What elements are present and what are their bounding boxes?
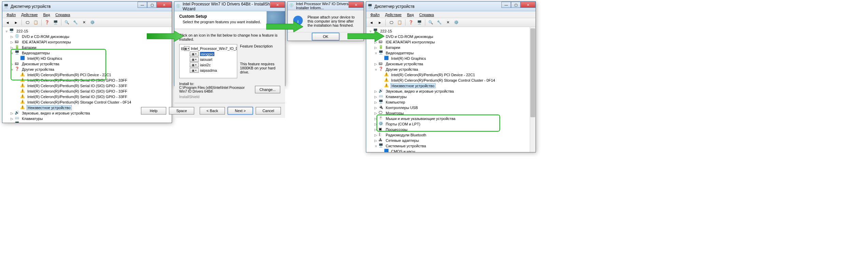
tb-btn[interactable]: ✕	[80, 19, 88, 26]
help-button[interactable]: Help	[141, 107, 166, 114]
expand-icon[interactable]: ▷	[9, 39, 15, 45]
tree-item-label[interactable]: Компьютер	[21, 122, 42, 123]
tb-btn[interactable]: ⚙️	[89, 19, 96, 26]
tb-btn[interactable]: 📋	[396, 19, 403, 26]
feature-root[interactable]: Intel_Processor_Win7_IO_Drivers	[191, 46, 237, 51]
tb-btn[interactable]: ❓	[407, 19, 415, 26]
tree-item-label[interactable]: Контроллеры USB	[385, 106, 418, 110]
tree-item-label[interactable]: CMOS и часы	[390, 149, 416, 152]
tree-item-label[interactable]: Видеоадаптеры	[21, 51, 51, 55]
tree-item-label[interactable]: Мыши и иные указывающие устройства	[385, 117, 456, 121]
menu-help[interactable]: Справка	[53, 12, 73, 17]
titlebar[interactable]: 💿 Intel Processor Win7 IO Drivers 64Bit …	[288, 2, 364, 10]
tb-btn[interactable]: 🔍	[427, 19, 435, 26]
menubar[interactable]: Файл Действие Вид Справка	[2, 11, 172, 18]
menubar[interactable]: Файл Действие Вид Справка	[366, 11, 536, 18]
close-button[interactable]: ✕	[348, 2, 364, 8]
expand-icon[interactable]: ▷	[373, 45, 379, 50]
tb-btn[interactable]: 🖥️	[416, 19, 423, 26]
expand-icon[interactable]: ▷	[373, 121, 379, 127]
tree-item[interactable]: ▿❓Другие устройства	[368, 67, 534, 72]
tree-item[interactable]: ▷🔌Контроллеры USB	[368, 105, 534, 110]
tree-item[interactable]: ▷🖧Сетевые адаптеры	[368, 138, 534, 143]
tree-item-label[interactable]: Intel(R) HD Graphics	[27, 56, 63, 60]
tree-item[interactable]: ⚠️Intel(R) Celeron(R)/Pentium(R) PCI Dev…	[4, 72, 170, 78]
device-manager-window-after[interactable]: 🖥️ Диспетчер устройств — ▢ ✕ Файл Действ…	[366, 1, 536, 152]
tree-item[interactable]: 🟦Intel(R) HD Graphics	[368, 56, 534, 61]
tree-item[interactable]: ▷🖴Дисковые устройства	[368, 61, 534, 67]
tb-btn[interactable]: 🔍	[63, 19, 71, 26]
back-button[interactable]: < Back	[200, 107, 225, 114]
tb-btn[interactable]: 🖵	[24, 19, 31, 26]
tree-item[interactable]: ▷ᛒРадиомодули Bluetooth	[368, 132, 534, 138]
tree-item[interactable]: ▷🖴IDE ATA/ATAPI контроллеры	[4, 39, 170, 45]
device-tree[interactable]: ▿🖥️222-15 ▷💿DVD и CD-ROM дисководы▷🖴IDE …	[366, 27, 536, 152]
space-button[interactable]: Space	[169, 107, 194, 114]
expand-icon[interactable]: ▿	[373, 143, 379, 149]
tree-item[interactable]: 🟦CMOS и часы	[368, 149, 534, 152]
nav-fwd-button[interactable]: ►	[376, 19, 384, 26]
tree-item[interactable]: ▷🖵Мониторы	[368, 110, 534, 116]
cancel-button[interactable]: Cancel	[256, 107, 281, 114]
menu-file[interactable]: Файл	[368, 12, 382, 17]
tree-item-label[interactable]: Intel(R) Celeron(R)/Pentium(R) Serial IO…	[27, 84, 128, 88]
tree-item-label[interactable]: Intel(R) HD Graphics	[390, 56, 427, 60]
feature-item[interactable]: iaiouart	[200, 57, 212, 62]
tree-item-label[interactable]: IDE ATA/ATAPI контроллеры	[385, 40, 436, 44]
tree-item-label[interactable]: Другие устройства	[385, 67, 419, 71]
menu-file[interactable]: Файл	[4, 12, 18, 17]
close-button[interactable]: ✕	[270, 2, 285, 8]
tree-item-label[interactable]: Звуковые, видео и игровые устройства	[385, 89, 455, 93]
minimize-button[interactable]: —	[501, 2, 511, 8]
tree-item[interactable]: ⚠️Intel(R) Celeron(R)/Pentium(R) PCI Dev…	[368, 72, 534, 78]
expand-icon[interactable]: ▿	[9, 67, 15, 72]
tb-btn[interactable]: 🔧	[72, 19, 79, 26]
tree-item-label[interactable]: Дисковые устройства	[21, 62, 60, 66]
tree-item[interactable]: ⚠️Intel(R) Celeron(R)/Pentium(R) Storage…	[368, 78, 534, 83]
tree-item[interactable]: ▷⚙️Порты (COM и LPT)	[368, 121, 534, 127]
tree-item-label[interactable]: Intel(R) Celeron(R)/Pentium(R) Storage C…	[27, 100, 132, 104]
feature-icon[interactable]: ▦	[190, 52, 199, 56]
menu-action[interactable]: Действие	[382, 12, 404, 17]
expand-icon[interactable]: ▷	[9, 45, 15, 50]
menu-help[interactable]: Справка	[416, 12, 437, 17]
feature-icon[interactable]: ▦	[184, 46, 189, 51]
expand-icon[interactable]: ▷	[9, 116, 15, 121]
expand-icon[interactable]: ▷	[373, 127, 379, 132]
tree-item-label[interactable]: Intel(R) Celeron(R)/Pentium(R) Storage C…	[390, 78, 496, 82]
tree-item-label[interactable]: DVD и CD-ROM дисководы	[21, 35, 70, 39]
expand-icon[interactable]: ▷	[373, 61, 379, 67]
expand-icon[interactable]: ▷	[373, 132, 379, 138]
tree-item-label[interactable]: Процессоры	[385, 127, 408, 132]
expand-icon[interactable]: ▷	[373, 94, 379, 99]
nav-back-button[interactable]: ◄	[4, 19, 11, 26]
tree-item[interactable]: ▷🔋Батареи	[368, 45, 534, 50]
expand-icon[interactable]: ▷	[9, 121, 15, 123]
feature-tree[interactable]: ⊟▦Intel_Processor_Win7_IO_Drivers ▦iaiog…	[179, 44, 237, 78]
tree-item[interactable]: ▷🖴IDE ATA/ATAPI контроллеры	[368, 39, 534, 45]
tb-btn[interactable]: 📋	[32, 19, 40, 26]
tree-item[interactable]: ▿❓Другие устройства	[4, 67, 170, 72]
tb-btn[interactable]: 🔧	[436, 19, 443, 26]
expand-icon[interactable]: ▷	[373, 105, 379, 110]
tb-btn[interactable]: 🖵	[387, 19, 395, 26]
tb-btn[interactable]: 🖥️	[52, 19, 59, 26]
tree-item[interactable]: ▿🖥️Видеоадаптеры	[4, 50, 170, 56]
tree-root[interactable]: 222-15	[16, 29, 29, 33]
tree-item-label[interactable]: Батареи	[385, 45, 401, 50]
tree-item-label[interactable]: Intel(R) Celeron(R)/Pentium(R) PCI Devic…	[390, 73, 476, 77]
change-button[interactable]: Change...	[255, 86, 280, 93]
tree-item-label[interactable]: Батареи	[21, 45, 37, 50]
tree-item[interactable]: ▷🖱️Мыши и иные указывающие устройства	[368, 116, 534, 121]
expand-icon[interactable]: ▿	[373, 50, 379, 56]
tree-item-label[interactable]: Порты (COM и LPT)	[385, 122, 421, 126]
tree-item[interactable]: ▿🖥️Системные устройства	[368, 143, 534, 149]
tree-item[interactable]: ▷⌨️Клавиатуры	[4, 116, 170, 121]
close-button[interactable]: ✕	[521, 2, 536, 8]
tree-item-label[interactable]: Неизвестное устройство	[390, 83, 436, 88]
feature-icon[interactable]: ▦	[190, 57, 199, 62]
feature-item[interactable]: iaiogpio	[200, 52, 214, 56]
tree-item-label[interactable]: Системные устройства	[385, 144, 427, 148]
feature-icon[interactable]: ▦	[190, 68, 199, 73]
menu-view[interactable]: Вид	[404, 12, 416, 17]
